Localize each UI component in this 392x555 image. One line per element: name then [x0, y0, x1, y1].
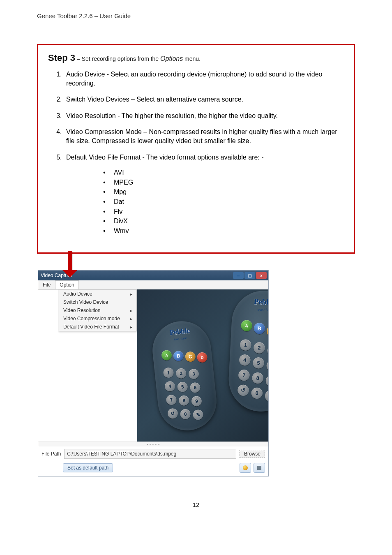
menu-option[interactable]: Option [55, 280, 78, 289]
page-number: 12 [37, 501, 355, 508]
minimize-button[interactable]: – [233, 272, 244, 279]
file-path-row: File Path C:\Users\TESTING LAPTOP\Docume… [38, 446, 268, 461]
filepath-input[interactable]: C:\Users\TESTING LAPTOP\Documents\ds.mpe… [64, 449, 236, 459]
submenu-arrow-icon: ▸ [130, 292, 132, 296]
record-button[interactable] [240, 463, 251, 473]
menu-item-label: Audio Device [63, 291, 92, 297]
step-title: Step 3 – Set recording options from the … [48, 53, 344, 63]
submenu-arrow-icon: ▸ [130, 317, 132, 321]
window-buttons: – ▢ x [233, 272, 267, 279]
menu-item-audio-device[interactable]: Audio Device ▸ [58, 290, 136, 298]
arrow-stem [68, 251, 72, 270]
menu-item-video-compression-mode[interactable]: Video Compression mode ▸ [58, 314, 136, 323]
close-button[interactable]: x [256, 272, 267, 279]
format-list: AVI MPEG Mpg Dat Flv DivX Wmv [103, 168, 344, 235]
menu-item-label: Video Resolution [63, 308, 101, 313]
app-window: Video Capture – ▢ x File Option Audio De… [38, 270, 269, 476]
step-title-t1: – Set recording options from the [75, 56, 160, 62]
record-icon [243, 465, 248, 470]
step-title-italic: Options [160, 55, 183, 62]
resize-grip-icon[interactable]: • • • • • [38, 442, 268, 446]
filepath-label: File Path [42, 451, 61, 457]
menu-file[interactable]: File [38, 280, 55, 289]
format-item: Mpg [103, 187, 344, 197]
stop-icon [257, 466, 261, 470]
step-title-bold: Step 3 [48, 53, 75, 63]
submenu-arrow-icon: ▸ [130, 308, 132, 313]
footer-controls: Set as default path [38, 461, 268, 476]
step-box: Step 3 – Set recording options from the … [37, 44, 355, 254]
format-item: Flv [103, 207, 344, 216]
option-dropdown: Audio Device ▸ Switch Video Device Video… [58, 289, 137, 331]
format-item: Wmv [103, 227, 344, 236]
browse-button[interactable]: Browse [240, 450, 265, 458]
step-item-text: Default Video File Format - The video fo… [66, 154, 264, 161]
menu-item-video-resolution[interactable]: Video Resolution ▸ [58, 306, 136, 314]
menu-item-label: Switch Video Device [63, 299, 108, 305]
menubar: File Option [38, 280, 268, 290]
format-item: AVI [103, 168, 344, 177]
menu-item-label: Video Compression mode [63, 316, 120, 321]
menu-item-default-video-file-format[interactable]: Default Video File Format ▸ [58, 323, 136, 331]
step-list: Audio Device - Select an audio recording… [56, 70, 344, 235]
page-header: Genee Toolbar 2.2.6 – User Guide [37, 12, 355, 19]
menu-item-label: Default Video File Format [63, 324, 119, 330]
remote-image: Pebble true / false A B C D 1 2 3 4 5 6 … [227, 289, 268, 413]
video-preview: Pebble true / false A B C D 1 2 3 4 5 6 … [137, 289, 268, 442]
set-default-path-button[interactable]: Set as default path [63, 463, 113, 472]
submenu-arrow-icon: ▸ [130, 325, 132, 329]
arrow-head-icon [62, 270, 77, 278]
menu-item-switch-video-device[interactable]: Switch Video Device [58, 298, 136, 306]
callout-arrow [37, 254, 355, 270]
format-item: MPEG [103, 178, 344, 187]
format-item: Dat [103, 197, 344, 206]
step-item: Video Compression Mode – Non-compressed … [64, 127, 344, 145]
remote-image: Pebble true / false A B C D 1 2 3 4 5 6 … [150, 319, 219, 433]
step-item: Video Resolution - The higher the resolu… [64, 111, 344, 120]
step-item: Switch Video Devices – Select an alterna… [64, 95, 344, 104]
step-item: Audio Device - Select an audio recording… [64, 70, 344, 88]
stop-button[interactable] [254, 463, 265, 473]
maximize-button[interactable]: ▢ [244, 272, 255, 279]
step-item: Default Video File Format - The video fo… [64, 153, 344, 236]
format-item: DivX [103, 217, 344, 226]
step-title-t2: menu. [183, 56, 201, 62]
